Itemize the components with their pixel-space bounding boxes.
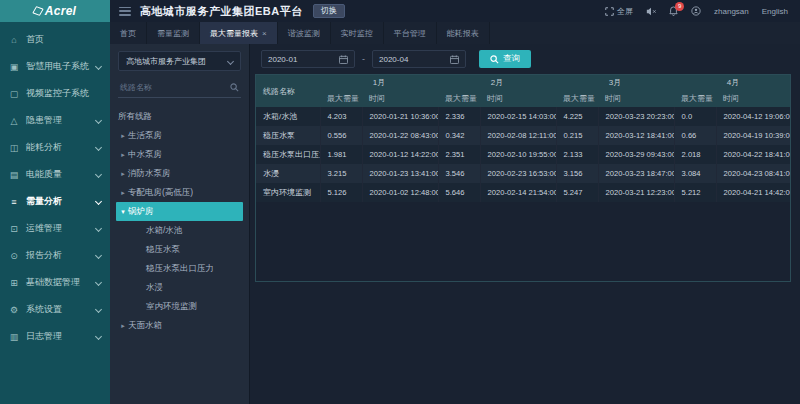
date-to-input[interactable]: 2020-04 [372,50,466,68]
report-table-container: 线路名称1月2月3月4月最大需量时间最大需量时间最大需量时间最大需量时间水箱/水… [255,74,791,282]
power-quality-icon: ▤ [9,170,19,180]
tree-expand-icon[interactable]: ▸ [118,316,128,335]
max-demand-cell: 3.084 [674,164,716,183]
time-cell: 2020-01-23 13:41:00 [362,164,438,183]
logo-text: Acrel [45,4,77,18]
switch-button[interactable]: 切换 [313,4,345,18]
date-range-separator: - [362,54,365,64]
sidebar-item-11[interactable]: ▥日志管理 [0,323,110,350]
tree-node-label: 所有线路 [118,107,152,126]
max-demand-report-table: 线路名称1月2月3月4月最大需量时间最大需量时间最大需量时间最大需量时间水箱/水… [256,75,791,202]
query-button[interactable]: 查询 [479,50,531,68]
tree-expand-icon[interactable]: ▸ [118,164,128,183]
tab-label: 平台管理 [394,28,426,39]
sidebar-item-9[interactable]: ⊞基础数据管理 [0,269,110,296]
tree-node-1[interactable]: ▸生活泵房 [110,126,249,145]
sidebar-item-5[interactable]: ▤电能质量 [0,161,110,188]
time-cell: 2020-02-10 19:55:00 [480,145,556,164]
col-header-time: 时间 [598,90,674,107]
logo-icon [32,6,44,16]
report-icon: ⊙ [9,251,19,261]
tab-label: 需量监测 [157,28,189,39]
sidebar-item-7[interactable]: ⊡运维管理 [0,215,110,242]
tree-node-8[interactable]: 稳压水泵出口压力 [110,259,249,278]
max-demand-cell: 4.225 [556,107,598,126]
fullscreen-icon [605,7,614,16]
tab-2[interactable]: 最大需量报表× [200,22,278,44]
sidebar-item-3[interactable]: △隐患管理 [0,107,110,134]
date-from-input[interactable]: 2020-01 [261,50,355,68]
line-search-input[interactable]: 线路名称 [118,78,241,98]
tree-node-6[interactable]: 水箱/水池 [110,221,249,240]
base-data-icon: ⊞ [9,278,19,288]
search-icon [490,55,499,64]
tab-1[interactable]: 需量监测 [147,22,200,44]
time-cell: 2020-04-12 19:06:00 [716,107,791,126]
tab-5[interactable]: 平台管理 [384,22,437,44]
tab-0[interactable]: 首页 [110,22,147,44]
tree-node-label: 消防水泵房 [128,164,171,183]
sidebar-item-label: 需量分析 [26,195,62,208]
chevron-down-icon [95,333,102,340]
org-selector[interactable]: 高地城市服务产业集团 [118,51,241,71]
table-row: 室内环境监测5.1262020-01-02 12:48:005.6462020-… [256,183,791,202]
sidebar-item-label: 智慧用电子系统 [26,60,89,73]
tree-node-11[interactable]: ▸天面水箱 [110,316,249,335]
tab-bar: 首页需量监测最大需量报表×谐波监测实时监控平台管理能耗报表 [110,22,800,44]
sidebar-item-label: 系统设置 [26,303,62,316]
date-from-value: 2020-01 [268,55,297,64]
tree-node-7[interactable]: 稳压水泵 [110,240,249,259]
tree-node-5[interactable]: ▾锅炉房 [116,202,243,221]
tab-label: 能耗报表 [447,28,479,39]
sidebar-item-label: 电能质量 [26,168,62,181]
sidebar-item-4[interactable]: ◫能耗分析 [0,134,110,161]
col-header-time: 时间 [480,90,556,107]
tree-expand-icon[interactable]: ▸ [118,126,128,145]
max-demand-cell: 0.556 [320,126,362,145]
time-cell: 2020-02-14 21:54:00 [480,183,556,202]
col-header-month-0: 1月 [320,75,438,90]
sidebar-item-label: 首页 [26,33,44,46]
sidebar-item-2[interactable]: ▢视频监控子系统 [0,80,110,107]
tree-node-0[interactable]: 所有线路 [110,107,249,126]
tree-node-4[interactable]: ▸专配电房(高低压) [110,183,249,202]
header-actions: 全屏 9 zhangsan English [605,6,800,17]
tree-node-2[interactable]: ▸中水泵房 [110,145,249,164]
sidebar-item-10[interactable]: ⚙系统设置 [0,296,110,323]
mute-button[interactable] [646,7,656,16]
notifications-button[interactable]: 9 [669,6,678,16]
line-name-cell: 水箱/水池 [256,107,320,126]
user-avatar[interactable] [691,6,701,16]
tree-collapse-icon[interactable]: ▾ [118,202,128,221]
sidebar-item-0[interactable]: ⌂首页 [0,26,110,53]
max-demand-cell: 2.018 [674,145,716,164]
language-switch[interactable]: English [762,7,788,16]
tree-expand-icon[interactable]: ▸ [118,145,128,164]
time-cell: 2020-02-08 12:11:00 [480,126,556,145]
sidebar-item-8[interactable]: ⊙报告分析 [0,242,110,269]
tab-label: 最大需量报表 [210,28,258,39]
sidebar-item-label: 隐患管理 [26,114,62,127]
tab-3[interactable]: 谐波监测 [278,22,331,44]
sidebar-item-1[interactable]: ▣智慧用电子系统 [0,53,110,80]
max-demand-cell: 5.247 [556,183,598,202]
username-label[interactable]: zhangsan [714,7,749,16]
tree-node-label: 室内环境监测 [146,297,197,316]
time-cell: 2020-02-23 16:53:00 [480,164,556,183]
sidebar-item-label: 基础数据管理 [26,276,80,289]
tree-expand-icon[interactable]: ▸ [118,183,128,202]
max-demand-cell: 5.212 [674,183,716,202]
col-header-max-demand: 最大需量 [674,90,716,107]
fullscreen-button[interactable]: 全屏 [605,6,633,17]
table-row: 稳压水泵0.5562020-01-22 08:43:000.3422020-02… [256,126,791,145]
sidebar-item-6[interactable]: ≡需量分析 [0,188,110,215]
tab-4[interactable]: 实时监控 [331,22,384,44]
tree-node-9[interactable]: 水浸 [110,278,249,297]
tree-node-label: 中水泵房 [128,145,162,164]
tab-6[interactable]: 能耗报表 [437,22,490,44]
tree-node-10[interactable]: 室内环境监测 [110,297,249,316]
tree-node-3[interactable]: ▸消防水泵房 [110,164,249,183]
tab-close-icon[interactable]: × [262,29,267,38]
chevron-down-icon [95,306,102,313]
menu-toggle-icon[interactable] [119,7,131,16]
